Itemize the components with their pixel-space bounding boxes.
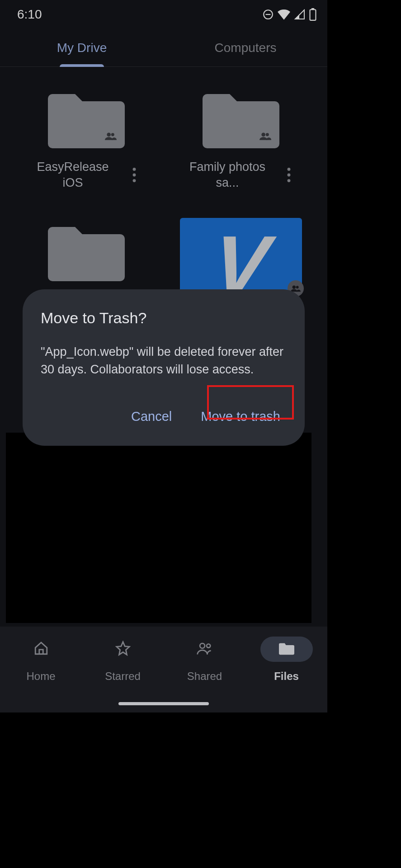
dialog-title: Move to Trash? xyxy=(41,309,287,327)
move-to-trash-button[interactable]: Move to trash xyxy=(197,404,284,429)
screen: 6:10 My Drive Computers xyxy=(0,0,327,712)
cancel-button[interactable]: Cancel xyxy=(127,404,175,429)
move-to-trash-dialog: Move to Trash? "App_Icon.webp" will be d… xyxy=(23,289,305,446)
dialog-message: "App_Icon.webp" will be deleted forever … xyxy=(41,343,287,378)
dialog-actions: Cancel Move to trash xyxy=(41,404,287,429)
